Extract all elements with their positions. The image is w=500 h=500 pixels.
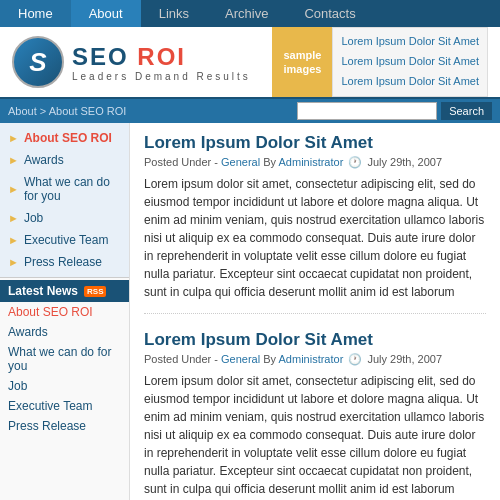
search-input[interactable]	[297, 102, 437, 120]
sidebar-item-press-release[interactable]: ►Press Release	[0, 251, 129, 273]
bullet-icon: ►	[8, 256, 19, 268]
sidebar: ►About SEO ROI►Awards►What we can do for…	[0, 123, 130, 500]
sample-link[interactable]: Lorem Ipsum Dolor Sit Amet	[341, 72, 479, 92]
post-1: Lorem Ipsum Dolor Sit Amet Posted Under …	[144, 330, 486, 500]
post-title: Lorem Ipsum Dolor Sit Amet	[144, 330, 486, 350]
sample-link[interactable]: Lorem Ipsum Dolor Sit Amet	[341, 52, 479, 72]
breadcrumb: About > About SEO ROI	[8, 105, 126, 117]
breadcrumb-about[interactable]: About	[8, 105, 37, 117]
bullet-icon: ►	[8, 234, 19, 246]
rss-icon[interactable]: RSS	[84, 286, 106, 297]
sidebar-news-list: About SEO ROIAwardsWhat we can do for yo…	[0, 302, 129, 436]
content-area: Lorem Ipsum Dolor Sit Amet Posted Under …	[130, 123, 500, 500]
sidebar-news-item[interactable]: Executive Team	[0, 396, 129, 416]
post-date: July 29th, 2007	[367, 156, 442, 168]
sidebar-item-label: Press Release	[24, 255, 102, 269]
sample-links: Lorem Ipsum Dolor Sit AmetLorem Ipsum Do…	[332, 27, 488, 96]
sidebar-item-label: What we can do for you	[24, 175, 121, 203]
post-category[interactable]: General	[221, 353, 260, 365]
sidebar-news-item[interactable]: Job	[0, 376, 129, 396]
sidebar-item-label: About SEO ROI	[24, 131, 112, 145]
bullet-icon: ►	[8, 183, 19, 195]
nav-item-links[interactable]: Links	[141, 0, 207, 27]
sidebar-item-job[interactable]: ►Job	[0, 207, 129, 229]
site-header: S SEO ROI Leaders Demand Results sample …	[0, 27, 500, 99]
post-meta: Posted Under - General By Administrator …	[144, 156, 486, 169]
logo-icon: S	[12, 36, 64, 88]
sidebar-latest-news-header: Latest News RSS	[0, 280, 129, 302]
sidebar-news-item[interactable]: What we can do for you	[0, 342, 129, 376]
sidebar-item-executive-team[interactable]: ►Executive Team	[0, 229, 129, 251]
nav-item-contacts[interactable]: Contacts	[286, 0, 373, 27]
sample-link[interactable]: Lorem Ipsum Dolor Sit Amet	[341, 32, 479, 52]
post-title: Lorem Ipsum Dolor Sit Amet	[144, 133, 486, 153]
post-body: Lorem ipsum dolor sit amet, consectetur …	[144, 372, 486, 498]
sidebar-item-label: Awards	[24, 153, 64, 167]
sidebar-item-awards[interactable]: ►Awards	[0, 149, 129, 171]
main-content: ►About SEO ROI►Awards►What we can do for…	[0, 123, 500, 500]
clock-icon: 🕐	[348, 156, 362, 168]
logo: S SEO ROI Leaders Demand Results	[12, 36, 272, 88]
sidebar-news-item[interactable]: About SEO ROI	[0, 302, 129, 322]
post-0: Lorem Ipsum Dolor Sit Amet Posted Under …	[144, 133, 486, 314]
sidebar-item-label: Executive Team	[24, 233, 109, 247]
logo-tagline: Leaders Demand Results	[72, 71, 251, 82]
top-navigation: HomeAboutLinksArchiveContacts	[0, 0, 500, 27]
search-wrap: Search	[297, 102, 492, 120]
sidebar-menu: ►About SEO ROI►Awards►What we can do for…	[0, 123, 129, 278]
sample-images-box[interactable]: sample images	[272, 27, 332, 96]
logo-name: SEO ROI	[72, 43, 251, 71]
sidebar-item-what-we-can-do-for-you[interactable]: ►What we can do for you	[0, 171, 129, 207]
latest-news-label: Latest News	[8, 284, 78, 298]
post-category[interactable]: General	[221, 156, 260, 168]
bullet-icon: ►	[8, 212, 19, 224]
post-author[interactable]: Administrator	[279, 156, 344, 168]
clock-icon: 🕐	[348, 353, 362, 365]
sidebar-news-item[interactable]: Awards	[0, 322, 129, 342]
logo-text: SEO ROI Leaders Demand Results	[72, 43, 251, 82]
nav-item-home[interactable]: Home	[0, 0, 71, 27]
post-date: July 29th, 2007	[367, 353, 442, 365]
bullet-icon: ►	[8, 154, 19, 166]
post-body: Lorem ipsum dolor sit amet, consectetur …	[144, 175, 486, 301]
bullet-icon: ►	[8, 132, 19, 144]
nav-item-about[interactable]: About	[71, 0, 141, 27]
search-button[interactable]: Search	[441, 102, 492, 120]
header-right: sample images Lorem Ipsum Dolor Sit Amet…	[272, 27, 488, 96]
post-meta: Posted Under - General By Administrator …	[144, 353, 486, 366]
nav-item-archive[interactable]: Archive	[207, 0, 286, 27]
breadcrumb-bar: About > About SEO ROI Search	[0, 99, 500, 123]
sidebar-news-item[interactable]: Press Release	[0, 416, 129, 436]
sidebar-item-about-seo-roi[interactable]: ►About SEO ROI	[0, 127, 129, 149]
sidebar-item-label: Job	[24, 211, 43, 225]
breadcrumb-about-seo[interactable]: About SEO ROI	[49, 105, 127, 117]
post-author[interactable]: Administrator	[279, 353, 344, 365]
